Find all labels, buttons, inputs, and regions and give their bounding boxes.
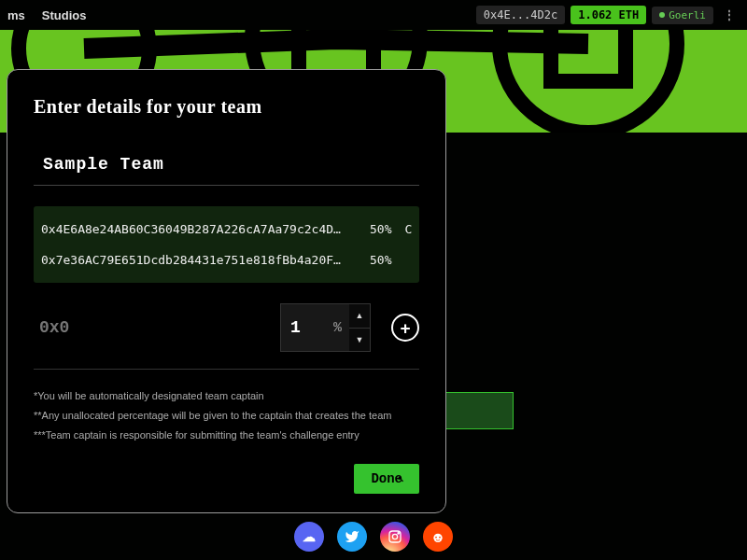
- reddit-icon[interactable]: [423, 522, 453, 552]
- add-member-row: % ▲ ▼ +: [34, 303, 419, 370]
- nav-left: ms Studios: [7, 8, 86, 22]
- svg-point-10: [439, 537, 441, 539]
- plus-icon: +: [400, 319, 410, 337]
- add-member-button[interactable]: +: [391, 314, 419, 342]
- member-captain-badge: C: [404, 222, 412, 236]
- member-row: 0x7e36AC79E651Dcdb284431e751e818fBb4a20F…: [41, 250, 412, 270]
- twitter-icon[interactable]: [337, 522, 367, 552]
- modal-title: Enter details for your team: [34, 96, 419, 118]
- footer: ☁: [0, 513, 747, 560]
- note-line: **Any unallocated percentage will be giv…: [34, 406, 419, 426]
- member-percent: 50%: [370, 253, 392, 267]
- member-percent: 50%: [370, 222, 391, 236]
- spinner-down-icon[interactable]: ▼: [349, 329, 370, 352]
- wallet-balance: 1.062 ETH: [571, 6, 646, 24]
- network-status-dot-icon: [659, 12, 665, 18]
- svg-point-7: [398, 533, 399, 534]
- member-row: 0x4E6A8e24AB60C36049B287A226cA7Aa79c2c4D…: [41, 219, 412, 239]
- discord-icon[interactable]: ☁: [294, 522, 324, 552]
- member-address: 0x4E6A8e24AB60C36049B287A226cA7Aa79c2c4D…: [41, 222, 357, 236]
- new-member-address-input[interactable]: [34, 313, 269, 343]
- nav-item[interactable]: ms: [7, 8, 25, 22]
- svg-point-9: [435, 537, 437, 539]
- notes: *You will be automatically designated te…: [34, 386, 419, 445]
- network-name: Goerli: [669, 9, 706, 21]
- note-line: ***Team captain is responsible for submi…: [34, 426, 419, 445]
- percent-input[interactable]: [281, 304, 326, 351]
- svg-point-8: [433, 534, 442, 542]
- team-name[interactable]: Sample Team: [43, 155, 419, 174]
- member-address: 0x7e36AC79E651Dcdb284431e751e818fBb4a20F…: [41, 253, 357, 267]
- team-details-modal: Enter details for your team Sample Team …: [7, 69, 446, 513]
- percent-stepper: % ▲ ▼: [280, 303, 371, 352]
- instagram-icon[interactable]: [380, 522, 410, 552]
- done-button[interactable]: Done ↖: [354, 464, 419, 494]
- members-list: 0x4E6A8e24AB60C36049B287A226cA7Aa79c2c4D…: [34, 206, 419, 283]
- team-name-row: Sample Team: [34, 146, 419, 186]
- spinner-up-icon[interactable]: ▲: [349, 304, 370, 329]
- nav-item[interactable]: Studios: [42, 8, 87, 22]
- wallet-address[interactable]: 0x4E...4D2c: [476, 6, 565, 24]
- percent-symbol: %: [326, 304, 349, 351]
- done-row: Done ↖: [34, 464, 419, 494]
- svg-point-6: [392, 534, 397, 539]
- top-bar: ms Studios 0x4E...4D2c 1.062 ETH Goerli …: [0, 0, 747, 30]
- more-menu-icon[interactable]: ⋮: [719, 7, 740, 22]
- percent-spinner: ▲ ▼: [349, 304, 370, 351]
- cursor-icon: ↖: [398, 471, 404, 485]
- note-line: *You will be automatically designated te…: [34, 386, 419, 406]
- nav-right: 0x4E...4D2c 1.062 ETH Goerli ⋮: [476, 6, 740, 24]
- network-chip[interactable]: Goerli: [652, 7, 713, 24]
